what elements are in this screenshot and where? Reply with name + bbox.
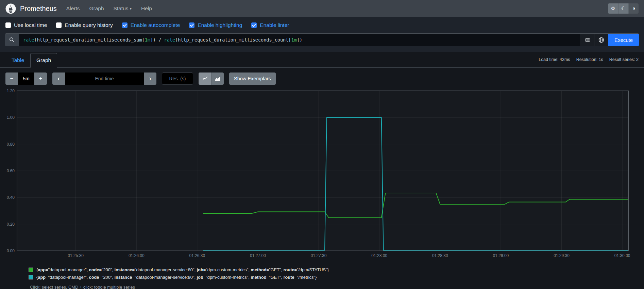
show-exemplars-button[interactable]: Show Exemplars — [229, 73, 276, 85]
legend-label: {app="datapool-manager", code="200", ins… — [36, 275, 317, 280]
option-label: Enable autocomplete — [131, 22, 180, 28]
time-back-button[interactable]: ‹ — [52, 73, 65, 85]
search-icon — [9, 37, 15, 43]
option-label: Use local time — [14, 22, 47, 28]
x-tick-label: 01:30:00 — [614, 253, 630, 258]
nav-item-alerts[interactable]: Alerts — [62, 3, 85, 14]
checkbox[interactable] — [5, 22, 11, 28]
option-use-local-time[interactable]: Use local time — [5, 22, 47, 28]
contrast-icon: ◑ — [632, 5, 635, 12]
chart-type-toggle — [199, 73, 224, 85]
line-chart-icon — [202, 76, 208, 81]
option-label: Enable query history — [65, 22, 113, 28]
time-series-chart[interactable]: 1.201.000.800.600.400.200.0001:25:3001:2… — [5, 88, 639, 262]
tabs-row: Table Graph Load time: 42ms Resolution: … — [0, 52, 644, 68]
resolution: Resolution: 1s — [576, 57, 603, 62]
checkbox[interactable] — [56, 22, 62, 28]
range-stepper: − + — [5, 73, 47, 85]
load-time: Load time: 42ms — [539, 57, 570, 62]
time-forward-button[interactable]: › — [144, 73, 156, 85]
nav-item-help[interactable]: Help — [136, 3, 157, 14]
y-tick-label: 0.20 — [7, 222, 15, 227]
query-tree-view-button[interactable] — [580, 34, 594, 46]
tabs: Table Graph — [5, 53, 57, 67]
x-tick-label: 01:29:30 — [554, 253, 570, 258]
search-button[interactable] — [5, 34, 19, 46]
stacked-chart-button[interactable] — [211, 73, 224, 85]
query-token: [ — [288, 37, 291, 43]
nav-item-graph[interactable]: Graph — [84, 3, 108, 14]
chart-canvas[interactable]: 1.201.000.800.600.400.200.0001:25:3001:2… — [5, 88, 639, 262]
legend-swatch — [29, 275, 33, 279]
light-theme-button[interactable]: ⚙ — [608, 3, 618, 14]
y-tick-label: 0.00 — [7, 248, 15, 253]
dark-theme-button[interactable]: ☾ — [618, 3, 628, 14]
x-tick-label: 01:26:00 — [129, 253, 145, 258]
legend-label: {app="datapool-manager", code="200", ins… — [36, 267, 329, 272]
option-label: Enable highlighting — [198, 22, 242, 28]
query-token: 1m — [145, 37, 150, 43]
metrics-explorer-button[interactable] — [594, 34, 608, 46]
nav-links: Alerts Graph Status▾ Help — [62, 3, 157, 14]
query-token: ]) — [150, 37, 156, 43]
range-increase-button[interactable]: + — [34, 73, 47, 85]
nav-item-status[interactable]: Status▾ — [109, 3, 136, 14]
tab-table[interactable]: Table — [5, 53, 30, 68]
y-tick-label: 1.20 — [7, 89, 15, 93]
chevron-down-icon: ▾ — [130, 6, 132, 11]
option-enable-highlighting[interactable]: Enable highlighting — [189, 22, 242, 28]
range-input[interactable] — [18, 73, 34, 85]
app-title: Prometheus — [20, 5, 57, 13]
query-row: rate(http_request_duration_milliseconds_… — [5, 33, 639, 46]
legend-item[interactable]: {app="datapool-manager", code="200", ins… — [29, 275, 644, 280]
query-header: Use local timeEnable query historyEnable… — [0, 17, 644, 52]
options-row: Use local timeEnable query historyEnable… — [5, 22, 639, 28]
x-tick-label: 01:27:00 — [250, 253, 266, 258]
query-token: [ — [142, 37, 145, 43]
option-label: Enable linter — [260, 22, 289, 28]
query-expression-input[interactable]: rate(http_request_duration_milliseconds_… — [19, 34, 580, 46]
moon-icon: ☾ — [621, 5, 626, 12]
checkbox[interactable] — [251, 22, 257, 28]
end-time-picker: ‹ › — [52, 73, 156, 85]
legend-item[interactable]: {app="datapool-manager", code="200", ins… — [29, 267, 644, 272]
line-chart-button[interactable] — [199, 73, 211, 85]
graph-controls: − + ‹ › Show Exemplars — [5, 73, 639, 85]
query-stats: Load time: 42ms Resolution: 1s Result se… — [539, 57, 639, 62]
range-decrease-button[interactable]: − — [5, 73, 18, 85]
option-enable-linter[interactable]: Enable linter — [251, 22, 289, 28]
query-token: rate — [164, 37, 175, 43]
stacked-chart-icon — [215, 76, 220, 81]
legend-help-note: Click: select series, CMD + click: toggl… — [30, 285, 644, 289]
query-token: rate — [23, 37, 34, 43]
result-series: Result series: 2 — [609, 57, 639, 62]
checkbox[interactable] — [189, 22, 194, 28]
tree-view-icon — [584, 37, 590, 43]
query-token: ]) — [297, 37, 302, 43]
theme-toggle-group: ⚙ ☾ ◑ — [608, 3, 639, 14]
auto-theme-button[interactable]: ◑ — [628, 3, 639, 14]
query-token: ( — [175, 37, 178, 43]
x-tick-label: 01:28:30 — [432, 253, 448, 258]
query-token: / — [156, 37, 164, 43]
x-tick-label: 01:28:00 — [371, 253, 387, 258]
y-tick-label: 0.40 — [7, 195, 15, 200]
end-time-input[interactable] — [65, 73, 144, 85]
chart-legend: {app="datapool-manager", code="200", ins… — [29, 267, 644, 280]
checkbox[interactable] — [122, 22, 128, 28]
query-token: http_request_duration_milliseconds_sum — [37, 37, 142, 43]
x-tick-label: 01:25:30 — [68, 253, 84, 258]
execute-button[interactable]: Execute — [608, 34, 639, 46]
query-token: http_request_duration_milliseconds_count — [178, 37, 288, 43]
resolution-input[interactable] — [162, 73, 193, 85]
globe-icon — [598, 37, 604, 43]
y-tick-label: 1.00 — [7, 115, 15, 120]
option-enable-query-history[interactable]: Enable query history — [56, 22, 113, 28]
option-enable-autocomplete[interactable]: Enable autocomplete — [122, 22, 180, 28]
tab-graph[interactable]: Graph — [30, 53, 57, 68]
query-group: rate(http_request_duration_milliseconds_… — [5, 33, 639, 46]
x-tick-label: 01:26:30 — [189, 253, 205, 258]
query-token: ( — [34, 37, 37, 43]
brand[interactable]: Prometheus — [5, 3, 57, 14]
y-tick-label: 0.80 — [7, 142, 15, 147]
